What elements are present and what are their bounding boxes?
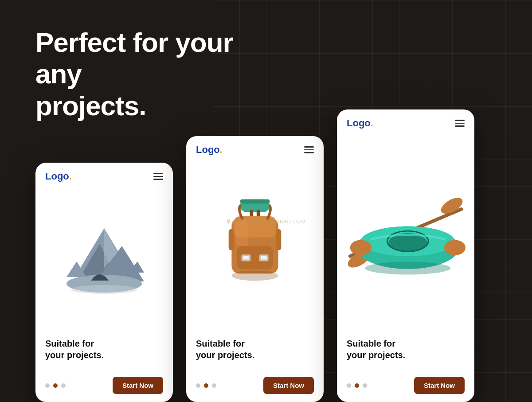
card-center-logo: Logo.	[196, 144, 223, 156]
kayak-illustration	[346, 182, 466, 284]
svg-rect-9	[240, 199, 270, 203]
start-now-button-right[interactable]: Start Now	[414, 377, 465, 394]
svg-rect-16	[243, 256, 249, 259]
dot-3	[363, 383, 367, 388]
menu-line	[153, 179, 163, 180]
subtitle-line1: Suitable for	[196, 339, 245, 348]
menu-icon-left[interactable]	[153, 173, 163, 180]
logo-dot-right: .	[371, 117, 373, 129]
card-right-dots	[347, 383, 367, 388]
phone-card-left: Logo.	[35, 163, 173, 402]
subtitle-line1: Suitable for	[347, 339, 395, 348]
svg-rect-18	[261, 256, 266, 259]
svg-rect-20	[229, 229, 234, 250]
menu-line	[304, 149, 314, 151]
watermark-text: 早道大咖 IAMDK.TAOBAO.COM	[226, 219, 306, 224]
svg-point-22	[231, 270, 278, 281]
dot-1	[45, 383, 50, 388]
card-left-content: Suitable for your projects.	[35, 332, 173, 372]
card-right-bottom: Start Now	[337, 372, 474, 402]
dot-3	[61, 383, 66, 388]
menu-icon-right[interactable]	[455, 120, 465, 127]
dot-2-active	[204, 383, 208, 388]
card-left-logo: Logo.	[45, 171, 72, 182]
phone-card-center: Logo.	[186, 136, 324, 402]
menu-line	[455, 125, 465, 127]
card-left-subtitle: Suitable for your projects.	[45, 338, 163, 361]
svg-point-29	[444, 240, 466, 255]
backpack-illustration	[211, 197, 299, 295]
watermark: 早道大咖 IAMDK.TAOBAO.COM	[226, 219, 306, 225]
page-headline: Perfect for your any projects.	[35, 27, 266, 121]
card-center-image	[186, 160, 324, 332]
card-right-content: Suitable for your projects.	[337, 332, 474, 372]
svg-rect-21	[276, 229, 281, 250]
subtitle-line2: your projects.	[196, 350, 254, 360]
card-center-content: Suitable for your projects.	[186, 332, 324, 372]
menu-line	[304, 152, 314, 153]
card-right-header: Logo.	[337, 109, 474, 133]
card-center-bottom: Start Now	[186, 372, 324, 402]
dot-1	[196, 383, 200, 388]
logo-text-right: Logo	[347, 117, 371, 129]
subtitle-line1: Suitable for	[45, 339, 94, 348]
svg-point-4	[71, 285, 137, 294]
card-right-logo: Logo.	[347, 117, 373, 129]
logo-text-center: Logo	[196, 144, 220, 155]
dot-3	[212, 383, 216, 388]
logo-dot-center: .	[220, 144, 223, 155]
card-right-image	[337, 133, 474, 332]
menu-line	[455, 123, 465, 124]
page-container: Perfect for your any projects. Logo.	[0, 0, 532, 402]
logo-text-left: Logo	[45, 171, 69, 182]
dot-2-active	[53, 383, 58, 388]
card-left-bottom: Start Now	[35, 372, 173, 402]
menu-line	[304, 146, 314, 148]
menu-line	[153, 173, 163, 174]
menu-line	[455, 120, 465, 121]
svg-point-32	[365, 261, 450, 274]
svg-point-28	[350, 240, 372, 255]
card-left-image	[35, 187, 173, 332]
headline-line1: Perfect for your any	[35, 27, 233, 89]
dot-1	[347, 383, 351, 388]
phone-card-right: Logo.	[337, 109, 474, 402]
subtitle-line2: your projects.	[45, 350, 104, 360]
card-center-subtitle: Suitable for your projects.	[196, 338, 314, 361]
subtitle-line2: your projects.	[347, 350, 405, 360]
start-now-button-left[interactable]: Start Now	[113, 377, 163, 394]
card-center-header: Logo.	[186, 136, 324, 160]
dot-2-active	[355, 383, 359, 388]
menu-icon-center[interactable]	[304, 146, 314, 153]
card-right-subtitle: Suitable for your projects.	[347, 338, 465, 361]
logo-dot-left: .	[69, 171, 72, 182]
card-left-dots	[45, 383, 66, 388]
card-left-header: Logo.	[35, 163, 173, 187]
card-center-dots	[196, 383, 216, 388]
cards-row: Logo.	[35, 109, 497, 402]
mountain-illustration	[60, 219, 149, 299]
menu-line	[153, 176, 163, 177]
start-now-button-center[interactable]: Start Now	[263, 377, 314, 394]
